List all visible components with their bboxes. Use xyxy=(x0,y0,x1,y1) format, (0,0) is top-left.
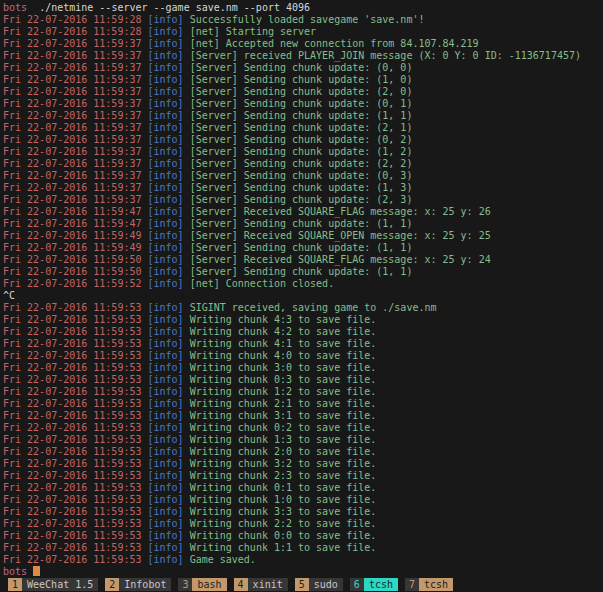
log-level: [info] xyxy=(148,446,190,457)
window-tab-4-xinit[interactable]: 4xinit xyxy=(234,578,288,591)
log-level: [info] xyxy=(148,146,190,157)
terminal-row: ^C xyxy=(3,290,603,302)
log-message: Writing chunk 4:2 to save file. xyxy=(190,326,377,337)
log-level: [info] xyxy=(148,206,190,217)
window-tab-5-sudo[interactable]: 5sudo xyxy=(295,578,343,591)
terminal-row: Fri 22-07-2016 11:59:37 [info] [Server] … xyxy=(3,158,603,170)
log-level: [info] xyxy=(148,302,190,313)
window-tab-3-bash[interactable]: 3bash xyxy=(178,578,226,591)
log-timestamp: Fri 22-07-2016 11:59:37 xyxy=(3,194,148,205)
log-message: Writing chunk 3:2 to save file. xyxy=(190,458,377,469)
log-timestamp: Fri 22-07-2016 11:59:50 xyxy=(3,266,148,277)
log-level: [info] xyxy=(148,554,190,565)
log-message: Writing chunk 2:3 to save file. xyxy=(190,470,377,481)
terminal-row: Fri 22-07-2016 11:59:49 [info] [Server] … xyxy=(3,242,603,254)
log-level: [info] xyxy=(148,494,190,505)
log-timestamp: Fri 22-07-2016 11:59:53 xyxy=(3,362,148,373)
terminal-row: Fri 22-07-2016 11:59:47 [info] [Server] … xyxy=(3,206,603,218)
log-timestamp: Fri 22-07-2016 11:59:53 xyxy=(3,458,148,469)
log-timestamp: Fri 22-07-2016 11:59:53 xyxy=(3,542,148,553)
terminal-row: Fri 22-07-2016 11:59:53 [info] Writing c… xyxy=(3,446,603,458)
log-timestamp: Fri 22-07-2016 11:59:53 xyxy=(3,302,148,313)
tab-number: 2 xyxy=(105,578,119,591)
log-level: [info] xyxy=(148,374,190,385)
log-message: Writing chunk 3:0 to save file. xyxy=(190,362,377,373)
log-message: Writing chunk 0:3 to save file. xyxy=(190,374,377,385)
log-timestamp: Fri 22-07-2016 11:59:53 xyxy=(3,530,148,541)
log-message: Writing chunk 3:3 to save file. xyxy=(190,506,377,517)
log-timestamp: Fri 22-07-2016 11:59:53 xyxy=(3,350,148,361)
command-text: ./netmine --server --game save.nm --port… xyxy=(27,2,310,13)
log-message: Writing chunk 2:1 to save file. xyxy=(190,398,377,409)
log-timestamp: Fri 22-07-2016 11:59:53 xyxy=(3,374,148,385)
log-timestamp: Fri 22-07-2016 11:59:28 xyxy=(3,26,148,37)
log-timestamp: Fri 22-07-2016 11:59:37 xyxy=(3,110,148,121)
log-timestamp: Fri 22-07-2016 11:59:37 xyxy=(3,50,148,61)
log-message: Successfully loaded savegame 'save.nm'! xyxy=(190,14,425,25)
terminal-row: Fri 22-07-2016 11:59:53 [info] Writing c… xyxy=(3,458,603,470)
log-level: [info] xyxy=(148,458,190,469)
log-level: [info] xyxy=(148,314,190,325)
log-timestamp: Fri 22-07-2016 11:59:53 xyxy=(3,470,148,481)
log-level: [info] xyxy=(148,26,190,37)
log-message: Writing chunk 4:1 to save file. xyxy=(190,338,377,349)
tab-number: 3 xyxy=(178,578,192,591)
log-level: [info] xyxy=(148,242,190,253)
terminal-row: Fri 22-07-2016 11:59:37 [info] [net] Acc… xyxy=(3,38,603,50)
terminal-row: Fri 22-07-2016 11:59:37 [info] [Server] … xyxy=(3,50,603,62)
log-timestamp: Fri 22-07-2016 11:59:37 xyxy=(3,62,148,73)
window-tab-7-tcsh[interactable]: 7tcsh xyxy=(405,578,453,591)
log-level: [info] xyxy=(148,86,190,97)
shell-prompt: bots xyxy=(3,2,27,13)
log-message: [Server] Sending chunk update: (2, 0) xyxy=(190,86,413,97)
log-message: Writing chunk 1:3 to save file. xyxy=(190,434,377,445)
log-message: Writing chunk 1:1 to save file. xyxy=(190,542,377,553)
log-timestamp: Fri 22-07-2016 11:59:37 xyxy=(3,182,148,193)
log-timestamp: Fri 22-07-2016 11:59:53 xyxy=(3,326,148,337)
log-level: [info] xyxy=(148,110,190,121)
window-tab-6-tcsh[interactable]: 6tcsh xyxy=(350,578,398,591)
log-message: Writing chunk 0:0 to save file. xyxy=(190,530,377,541)
log-level: [info] xyxy=(148,230,190,241)
log-timestamp: Fri 22-07-2016 11:59:37 xyxy=(3,170,148,181)
log-timestamp: Fri 22-07-2016 11:59:37 xyxy=(3,74,148,85)
tab-number: 6 xyxy=(350,578,364,591)
window-tab-1-weechat-1-5[interactable]: 1WeeChat 1.5 xyxy=(8,578,98,591)
log-level: [info] xyxy=(148,386,190,397)
log-timestamp: Fri 22-07-2016 11:59:53 xyxy=(3,338,148,349)
log-timestamp: Fri 22-07-2016 11:59:47 xyxy=(3,218,148,229)
log-timestamp: Fri 22-07-2016 11:59:37 xyxy=(3,134,148,145)
terminal-row: Fri 22-07-2016 11:59:50 [info] [Server] … xyxy=(3,266,603,278)
terminal-row: Fri 22-07-2016 11:59:47 [info] [Server] … xyxy=(3,218,603,230)
log-timestamp: Fri 22-07-2016 11:59:37 xyxy=(3,98,148,109)
log-level: [info] xyxy=(148,362,190,373)
log-timestamp: Fri 22-07-2016 11:59:52 xyxy=(3,278,148,289)
log-message: [net] Accepted new connection from 84.10… xyxy=(190,38,479,49)
terminal-output[interactable]: bots ./netmine --server --game save.nm -… xyxy=(0,0,603,578)
log-message: [Server] Received SQUARE_OPEN message: x… xyxy=(190,230,491,241)
log-timestamp: Fri 22-07-2016 11:59:53 xyxy=(3,446,148,457)
terminal-row: Fri 22-07-2016 11:59:37 [info] [Server] … xyxy=(3,122,603,134)
log-level: [info] xyxy=(148,122,190,133)
log-message: Writing chunk 0:1 to save file. xyxy=(190,482,377,493)
log-level: [info] xyxy=(148,422,190,433)
log-message: [Server] Received SQUARE_FLAG message: x… xyxy=(190,254,491,265)
log-message: [Server] Sending chunk update: (0, 2) xyxy=(190,134,413,145)
log-message: Writing chunk 1:0 to save file. xyxy=(190,494,377,505)
log-timestamp: Fri 22-07-2016 11:59:53 xyxy=(3,386,148,397)
log-level: [info] xyxy=(148,506,190,517)
log-level: [info] xyxy=(148,218,190,229)
terminal-row: Fri 22-07-2016 11:59:53 [info] Writing c… xyxy=(3,518,603,530)
log-message: Writing chunk 1:2 to save file. xyxy=(190,386,377,397)
terminal-row: Fri 22-07-2016 11:59:53 [info] Writing c… xyxy=(3,338,603,350)
tab-label: sudo xyxy=(309,578,343,591)
log-timestamp: Fri 22-07-2016 11:59:37 xyxy=(3,38,148,49)
log-message: [Server] Sending chunk update: (1, 1) xyxy=(190,242,413,253)
log-message: Writing chunk 3:1 to save file. xyxy=(190,410,377,421)
terminal-row: Fri 22-07-2016 11:59:37 [info] [Server] … xyxy=(3,86,603,98)
log-message: [Server] Sending chunk update: (2, 2) xyxy=(190,158,413,169)
window-tab-2-infobot[interactable]: 2Infobot xyxy=(105,578,171,591)
tab-label: bash xyxy=(192,578,226,591)
terminal-row: Fri 22-07-2016 11:59:53 [info] Writing c… xyxy=(3,434,603,446)
log-timestamp: Fri 22-07-2016 11:59:28 xyxy=(3,14,148,25)
